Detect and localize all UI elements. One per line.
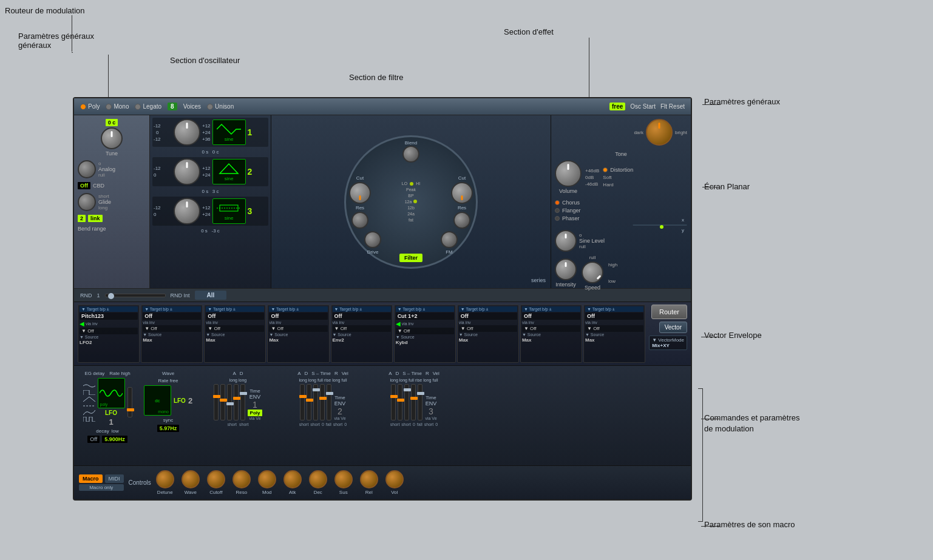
mod-cell-8[interactable]: ▼ Target b/p ± Off via inv ▼ Off ▼ Sourc… <box>583 305 645 363</box>
mod-cell-0[interactable]: ▼ Target b/p ± Pitch123 ◀ via inv ▼ Off … <box>78 305 140 363</box>
env1-label: ENV 1 <box>249 394 261 410</box>
mod-cell-3[interactable]: ▼ Target b/p ± Off via inv ▼ Off ▼ Sourc… <box>267 305 329 363</box>
tone-knob[interactable] <box>646 119 673 146</box>
macro-wave-knob[interactable] <box>182 470 200 488</box>
vector-button[interactable]: Vector <box>659 322 687 333</box>
midi-tab[interactable]: MIDI <box>105 474 124 483</box>
macro-only-tab[interactable]: Macro only <box>79 484 124 491</box>
macro-dec-group: Dec <box>309 470 327 495</box>
env2-vel-slider[interactable] <box>327 384 331 420</box>
rnd-label: RND <box>80 292 92 299</box>
volume-knob[interactable] <box>555 160 582 187</box>
env2-s-slider[interactable] <box>313 384 318 420</box>
cbd-label: CBD <box>93 183 104 189</box>
radio-mono[interactable]: Mono <box>106 103 129 110</box>
bend-value-badge: 2 <box>78 215 86 222</box>
radio-poly[interactable]: Poly <box>80 103 100 110</box>
lfo2-freq: 5.97Hz <box>157 425 180 432</box>
mod-cell-2[interactable]: ▼ Target b/p ± Off via inv ▼ Off ▼ Sourc… <box>204 305 266 363</box>
mod-cell-7[interactable]: ▼ Target b/p ± Off via inv ▼ Off ▼ Sourc… <box>520 305 582 363</box>
section-fx: dark bright Tone Volume <box>551 115 691 288</box>
osc2-knob[interactable] <box>174 158 200 185</box>
filter-button[interactable]: Filter <box>399 254 422 262</box>
res1-knob[interactable] <box>351 212 368 229</box>
svg-marker-0 <box>220 164 238 174</box>
osc3-num: 3 <box>248 206 253 216</box>
env2-label: ENV 2 <box>334 400 346 416</box>
lfo1-group: EG delay Rate high <box>80 371 135 443</box>
section-filter: Blend Cut Res Cut <box>271 115 551 288</box>
env1-a-slider[interactable] <box>214 384 219 420</box>
macro-sus-knob[interactable] <box>334 470 353 488</box>
speed-knob[interactable] <box>582 261 603 283</box>
analog-knob[interactable] <box>78 160 96 178</box>
env2-a-slider[interactable] <box>300 384 305 420</box>
osc1-knob[interactable] <box>174 119 200 146</box>
macro-detune-knob[interactable] <box>156 470 174 488</box>
lfo1-wave-selector[interactable] <box>83 383 95 422</box>
env1-s-slider[interactable] <box>227 384 232 420</box>
sine-level-knob[interactable] <box>555 230 577 252</box>
glide-group: short Glide long <box>78 193 146 211</box>
lfo1-delay-slider[interactable] <box>127 387 132 417</box>
macro-rel-knob[interactable] <box>360 470 378 488</box>
mod-cell-4[interactable]: ▼ Target b/p ± Off via inv ▼ Off ▼ Sourc… <box>331 305 393 363</box>
osc2-num: 2 <box>248 167 253 177</box>
env1-r-slider[interactable] <box>234 384 239 420</box>
macro-mod-knob[interactable] <box>258 470 276 488</box>
macro-detune-group: Detune <box>156 470 174 495</box>
osc3-knob[interactable] <box>174 198 200 224</box>
cbd-group: Off CBD <box>78 182 146 189</box>
glide-knob[interactable] <box>78 193 96 211</box>
osc1-num: 1 <box>248 127 253 137</box>
all-select[interactable]: All <box>195 291 227 300</box>
tune-knob[interactable] <box>101 127 123 149</box>
annotation-vector-envelope: Commandes et paramètres de modulation Ve… <box>704 331 762 340</box>
macro-cutoff-knob[interactable] <box>207 470 225 488</box>
annotation-macro: Paramètres de son macro <box>704 520 795 529</box>
intensity-knob[interactable] <box>555 258 577 280</box>
filter-circle: Blend Cut Res Cut <box>344 135 478 269</box>
res2-knob[interactable] <box>453 212 470 229</box>
env1-group: A D long long <box>202 371 274 427</box>
macro-vol-knob[interactable] <box>385 470 404 488</box>
env3-s-slider[interactable] <box>404 384 409 420</box>
analog-group: o Analog rull <box>78 160 146 178</box>
env3-r-slider[interactable] <box>411 384 416 420</box>
mod-cell-5[interactable]: ▼ Target b/p ± Cut 1+2 ◀ via inv ▼ Off ▼… <box>394 305 456 363</box>
env1-d-slider[interactable] <box>220 384 225 420</box>
router-button[interactable]: Router <box>651 305 687 319</box>
env2-d-slider[interactable] <box>307 384 311 420</box>
cut2-knob[interactable] <box>451 182 473 204</box>
env3-a-slider[interactable] <box>391 384 396 420</box>
planar-screen[interactable]: x y <box>633 224 687 226</box>
env2-r-slider[interactable] <box>320 384 325 420</box>
macro-mod-group: Mod <box>258 470 276 495</box>
drive-knob[interactable] <box>364 231 381 248</box>
env3-group: ADS – TimeRVel longlongfullriselongfull <box>372 371 456 427</box>
radio-unison[interactable]: Unison <box>207 103 234 110</box>
cut1-knob[interactable] <box>349 182 371 204</box>
annotation-fx-section: Section d'effet <box>504 27 554 36</box>
mod-cell-6[interactable]: ▼ Target b/p ± Off via inv ▼ Off ▼ Sourc… <box>457 305 519 363</box>
mod-cell-1[interactable]: ▼ Target b/p ± Off via inv ▼ Off ▼ Sourc… <box>141 305 203 363</box>
macro-vol-group: Vol <box>385 470 404 495</box>
osc1-display: sine <box>212 120 246 145</box>
macro-sus-group: Sus <box>334 470 353 495</box>
macro-reso-knob[interactable] <box>232 470 251 488</box>
blend-knob[interactable] <box>402 146 419 163</box>
macro-atk-knob[interactable] <box>283 470 302 488</box>
synth-body: Poly Mono Legato 8 Voices Unison free Os… <box>73 97 692 501</box>
env3-vel-slider[interactable] <box>418 384 422 420</box>
fm-knob[interactable] <box>441 231 458 248</box>
annotation-filter-section: Section de filtre <box>349 73 404 82</box>
rnd-slider[interactable] <box>105 294 166 297</box>
tune-group: 0 c Tune <box>78 119 146 157</box>
env3-d-slider[interactable] <box>398 384 402 420</box>
env1-vel-slider[interactable] <box>240 384 245 420</box>
macro-dec-knob[interactable] <box>309 470 327 488</box>
macro-rel-group: Rel <box>360 470 378 495</box>
vector-mode-select[interactable]: ▼ VectorMode Mix+XY <box>649 336 687 350</box>
macro-tab[interactable]: Macro <box>79 474 103 483</box>
radio-legato[interactable]: Legato <box>135 103 161 110</box>
